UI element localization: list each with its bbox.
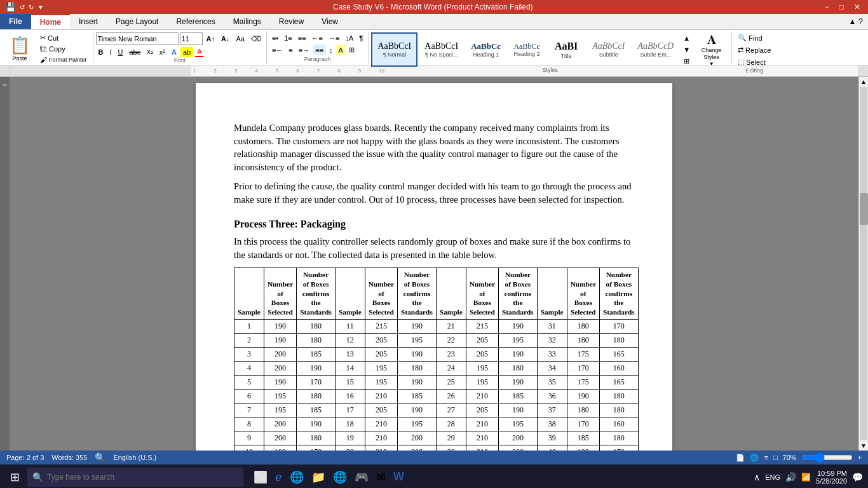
justify-btn[interactable]: ≡≡ [313,44,326,55]
cut-btn[interactable]: ✂ Cut [37,32,90,43]
change-case-btn[interactable]: Aa [233,34,247,44]
superscript-btn[interactable]: x² [157,47,168,57]
sound-icon[interactable]: 🔊 [785,472,796,482]
subscript-btn[interactable]: x₂ [144,46,156,57]
style-normal[interactable]: AaBbCcI ¶ Normal [371,32,417,67]
table-cell: 180 [599,431,638,445]
font-name-input[interactable] [96,32,179,45]
tab-page-layout[interactable]: Page Layout [107,14,167,29]
word-icon[interactable]: W [391,468,407,487]
clock: 10:59 PM 5/28/2020 [816,470,847,485]
bold-btn[interactable]: B [96,47,106,57]
folder-icon[interactable]: 📁 [309,468,328,487]
shading-btn[interactable]: A [336,44,346,55]
table-cell: 31 [537,319,567,333]
page-container[interactable]: Mundela Company produces glass boards. R… [10,77,858,451]
tab-file[interactable]: File [0,14,31,29]
scroll-thumb[interactable] [860,193,868,225]
table-cell: 4 [234,361,264,375]
increase-indent-btn[interactable]: →≡ [326,33,342,43]
style-no-spacing[interactable]: AaBbCcI ¶ No Spaci... [419,32,464,67]
view-web-icon[interactable]: 🌐 [750,454,759,462]
style-subtitle[interactable]: AaBbCcI Subtitle [587,32,630,67]
paste-btn[interactable]: 📋 Paste [5,32,34,65]
table-cell: 170 [297,445,336,451]
view-print-icon[interactable]: 📄 [736,454,745,462]
numbering-btn[interactable]: 1≡ [281,33,295,43]
minimize-btn[interactable]: − [822,3,832,11]
maximize-btn[interactable]: □ [837,3,846,11]
table-row: 4200190141951802419518034170160 [234,361,639,375]
clear-formatting-btn[interactable]: ⌫ [248,34,264,44]
italic-btn[interactable]: I [107,47,114,57]
font-size-input[interactable] [180,32,203,45]
network-icon[interactable]: 📶 [801,473,811,482]
explorer-icon[interactable]: 🌐 [287,468,306,487]
tab-review[interactable]: Review [270,14,313,29]
view-outline-icon[interactable]: ≡ [764,454,768,461]
view-draft-icon[interactable]: □ [773,454,778,461]
help-btn[interactable]: ? [858,17,863,26]
decrease-indent-btn[interactable]: ←≡ [309,33,325,43]
left-margin: 3 [0,77,10,451]
style-title[interactable]: AaBI Title [547,32,585,67]
tab-home[interactable]: Home [31,14,70,29]
edge-icon[interactable]: ℯ [273,468,285,487]
tab-insert[interactable]: Insert [70,14,107,29]
strikethrough-btn[interactable]: abc [127,47,144,57]
search-input[interactable] [47,473,225,482]
show-hide-btn[interactable]: ¶ [356,33,365,43]
change-styles-btn[interactable]: 𝐀 ChangeStyles ▼ [694,32,729,67]
style-heading2[interactable]: AaBbCc Heading 2 [508,32,546,67]
copy-btn[interactable]: ⿻ Copy [37,44,90,54]
zoom-slider[interactable] [802,454,853,461]
start-btn[interactable]: ⊞ [5,468,25,487]
styles-expand-btn[interactable]: ⊞ [681,56,693,67]
styles-scroll-up-btn[interactable]: ▲ [681,33,693,43]
text-effect-btn[interactable]: A [169,47,179,57]
align-center-btn[interactable]: ≡ [286,44,295,55]
tray-up-icon[interactable]: ∧ [754,472,760,482]
styles-scroll-down-btn[interactable]: ▼ [681,44,693,55]
find-btn[interactable]: 🔍 Find [735,32,774,43]
multilevel-btn[interactable]: ≡≡ [295,33,309,43]
scroll-track[interactable] [860,87,867,440]
search-bar[interactable]: 🔍 [27,468,243,487]
tab-mailings[interactable]: Mailings [224,14,270,29]
table-cell: 190 [499,403,538,417]
align-left-btn[interactable]: ≡← [269,44,285,55]
borders-btn[interactable]: ⊞ [346,44,357,55]
store-icon[interactable]: 🎮 [352,468,371,487]
zoom-in-btn[interactable]: + [858,454,862,461]
align-right-btn[interactable]: ≡→ [296,44,312,55]
increase-font-btn[interactable]: A↑ [204,34,217,44]
style-heading1[interactable]: AaBbCc Heading 1 [465,32,506,67]
highlight-btn[interactable]: ab [180,47,193,57]
replace-btn[interactable]: ⇄ Replace [735,44,774,55]
notification-icon[interactable]: 💬 [852,472,863,482]
chrome-icon[interactable]: 🌐 [330,468,349,487]
underline-btn[interactable]: U [116,47,126,57]
format-painter-btn[interactable]: 🖌 Format Painter [37,55,90,65]
spell-check-icon[interactable]: 🔍 [95,452,105,463]
scroll-down-btn[interactable]: ▼ [859,441,868,451]
table-cell: 165 [599,347,638,361]
scroll-up-btn[interactable]: ▲ [859,77,868,86]
line-spacing-btn[interactable]: ↕ [327,44,336,55]
tab-references[interactable]: References [167,14,224,29]
task-view-btn[interactable]: ⬜ [251,468,270,487]
table-cell: 170 [567,361,599,375]
select-btn[interactable]: ⬚ Select [735,57,774,67]
mail-icon[interactable]: ✉ [374,468,388,487]
close-btn[interactable]: ✕ [851,3,863,11]
sort-btn[interactable]: ↕A [342,33,356,43]
decrease-font-btn[interactable]: A↓ [219,34,232,44]
ribbon-collapse-btn[interactable]: ▲ [848,17,856,26]
v-scrollbar[interactable]: ▲ ▼ [858,77,868,451]
table-cell: 30 [436,445,466,451]
font-color-btn[interactable]: A [194,46,204,57]
style-subtle-em[interactable]: AaBbCcD Subtle Em... [632,32,679,67]
tab-view[interactable]: View [313,14,347,29]
table-cell: 180 [297,431,336,445]
bullets-btn[interactable]: ≡• [269,33,281,43]
